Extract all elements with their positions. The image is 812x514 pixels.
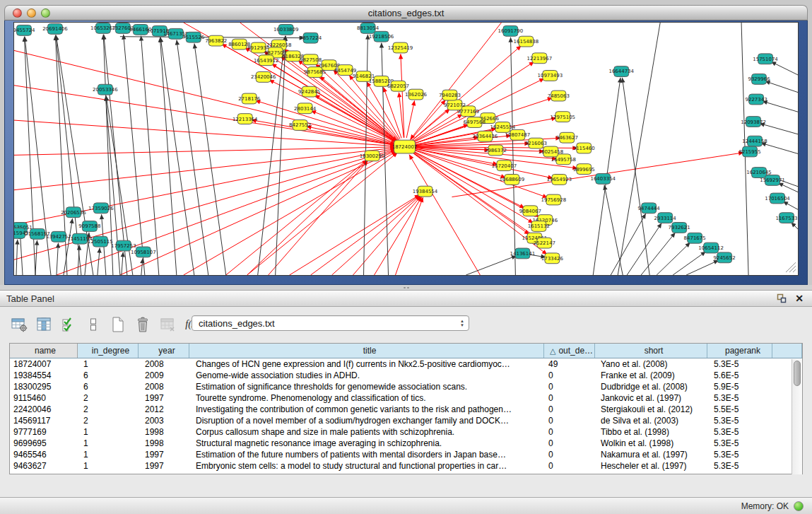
panel-splitter[interactable]: [0, 285, 812, 290]
table-cell[interactable]: 1997: [139, 392, 189, 404]
graph-node[interactable]: 8215955: [739, 146, 761, 157]
table-cell[interactable]: 0: [544, 438, 595, 449]
graph-node[interactable]: 9329966: [748, 74, 770, 84]
table-cell[interactable]: 2: [78, 392, 139, 404]
table-row[interactable]: 1456911722003Disruption of a novel membe…: [10, 415, 802, 426]
deselect-all-button[interactable]: [84, 315, 102, 334]
table-row[interactable]: 946362711997Embryonic stem cells: a mode…: [10, 460, 802, 472]
table-cell[interactable]: 0: [544, 381, 595, 392]
table-cell[interactable]: Jankovic et al. (1997): [595, 392, 707, 404]
table-cell[interactable]: 1: [78, 449, 139, 460]
zoom-traffic-light-icon[interactable]: [41, 8, 50, 18]
graph-node[interactable]: 19384554: [413, 186, 438, 197]
table-cell[interactable]: 0: [544, 449, 595, 460]
graph-node[interactable]: 12325419: [388, 42, 413, 53]
table-cell[interactable]: Investigating the contribution of common…: [189, 404, 544, 415]
table-row[interactable]: 1938455462009Genome-wide association stu…: [10, 370, 802, 381]
table-cell[interactable]: 2: [78, 404, 139, 415]
graph-node[interactable]: 1733426: [541, 253, 563, 264]
select-all-checks-button[interactable]: [59, 315, 78, 334]
table-cell[interactable]: Disruption of a novel member of a sodium…: [189, 415, 544, 426]
close-traffic-light-icon[interactable]: [13, 8, 22, 18]
table-row[interactable]: 969969511998Structural magnetic resonanc…: [10, 438, 802, 449]
close-panel-icon[interactable]: ✕: [795, 293, 804, 303]
graph-node[interactable]: 18300295: [360, 151, 385, 161]
table-cell[interactable]: 2009: [139, 370, 189, 381]
table-cell[interactable]: 0: [544, 415, 595, 426]
table-cell[interactable]: de Silva et al. (2003): [595, 415, 707, 426]
table-cell[interactable]: 0: [544, 392, 595, 404]
table-selector-dropdown[interactable]: citations_edges.txt ▲▼: [192, 315, 469, 331]
table-cell[interactable]: 5.3E-5: [707, 426, 772, 438]
graph-node[interactable]: 2933114: [654, 213, 677, 223]
graph-node[interactable]: 9115460: [573, 143, 595, 153]
graph-node[interactable]: 16091790: [498, 25, 524, 36]
graph-node[interactable]: 12975105: [551, 112, 576, 122]
graph-node[interactable]: 1167533: [775, 213, 797, 223]
table-cell[interactable]: 2003: [139, 415, 189, 426]
table-row[interactable]: 977716911998Corpus callosum shape and si…: [10, 426, 802, 438]
table-row[interactable]: 911546021997Tourette syndrome. Phenomeno…: [10, 392, 802, 404]
table-cell[interactable]: 5.9E-5: [707, 381, 772, 392]
table-cell[interactable]: 5.3E-5: [707, 392, 772, 404]
table-cell[interactable]: 22420046: [10, 404, 78, 415]
graph-node[interactable]: 20691406: [42, 23, 68, 34]
graph-node[interactable]: 7485063: [548, 90, 570, 101]
column-header-pagerank[interactable]: pagerank: [707, 344, 772, 358]
table-cell[interactable]: 2012: [139, 404, 189, 415]
table-cell[interactable]: 6: [78, 381, 139, 392]
table-cell[interactable]: 9465546: [10, 449, 78, 460]
table-cell[interactable]: Structural magnetic resonance image aver…: [189, 438, 544, 449]
column-header-short[interactable]: short: [595, 344, 707, 358]
table-cell[interactable]: Estimation of significance thresholds fo…: [189, 381, 544, 392]
graph-node[interactable]: 19654923: [547, 174, 572, 185]
table-row[interactable]: 1830029562008Estimation of significance …: [10, 381, 802, 392]
graph-node[interactable]: 7857224: [300, 33, 322, 43]
table-cell[interactable]: 2008: [139, 358, 189, 370]
table-cell[interactable]: 1997: [139, 449, 189, 460]
table-cell[interactable]: 2: [78, 415, 139, 426]
column-header-out-degree[interactable]: △ out_de…: [544, 344, 595, 358]
table-cell[interactable]: 9115460: [10, 392, 78, 404]
table-cell[interactable]: Tourette syndrome. Phenomenology and cla…: [189, 392, 544, 404]
graph-node[interactable]: 16033809: [273, 24, 299, 35]
table-cell[interactable]: 49: [544, 358, 595, 370]
table-cell[interactable]: Stergiakouli et al. (2012): [595, 404, 707, 415]
graph-node[interactable]: 9474444: [638, 203, 661, 214]
table-cell[interactable]: Wolkin et al. (1998): [595, 438, 707, 449]
graph-node[interactable]: 7932621: [669, 223, 690, 233]
table-cell[interactable]: Corpus callosum shape and size in male p…: [189, 426, 544, 438]
table-cell[interactable]: 5.3E-5: [707, 438, 772, 449]
network-canvas[interactable]: 1872400779638228860128891293423226058982…: [13, 22, 799, 276]
table-cell[interactable]: Dudbridge et al. (2008): [595, 381, 707, 392]
table-cell[interactable]: 0: [544, 370, 595, 381]
graph-node[interactable]: 16154838: [514, 36, 539, 47]
table-cell[interactable]: 18724007: [10, 358, 78, 370]
table-cell[interactable]: Embryonic stem cells: a model to study s…: [189, 460, 544, 472]
graph-node[interactable]: 10654112: [698, 243, 724, 253]
delete-column-button[interactable]: [134, 315, 152, 334]
graph-node[interactable]: 9455724: [14, 25, 35, 35]
graph-node[interactable]: 16644734: [608, 66, 634, 77]
table-cell[interactable]: 5.6E-5: [707, 370, 772, 381]
table-cell[interactable]: 18300295: [10, 381, 78, 392]
table-cell[interactable]: 0: [544, 460, 595, 472]
graph-node[interactable]: 18724007: [392, 140, 418, 153]
table-cell[interactable]: 2008: [139, 381, 189, 392]
table-cell[interactable]: 5.3E-5: [707, 449, 772, 460]
table-cell[interactable]: Changes of HCN gene expression and I(f) …: [189, 358, 544, 370]
column-header-year[interactable]: year: [139, 344, 189, 358]
table-cell[interactable]: Franke et al. (2009): [595, 370, 707, 381]
column-header-name[interactable]: name: [10, 344, 78, 358]
graph-node[interactable]: 2718176: [238, 93, 260, 104]
table-cell[interactable]: 1: [78, 460, 139, 472]
graph-node[interactable]: 20206536: [61, 207, 86, 218]
table-cell[interactable]: 9699695: [10, 438, 78, 449]
table-cell[interactable]: 5.5E-5: [707, 404, 772, 415]
window-titlebar[interactable]: citations_edges.txt: [4, 5, 808, 21]
table-cell[interactable]: 1: [78, 426, 139, 438]
table-cell[interactable]: 5.3E-5: [707, 358, 772, 370]
graph-node[interactable]: 12213967: [527, 53, 553, 64]
table-options-button[interactable]: [10, 315, 28, 334]
table-cell[interactable]: 1998: [139, 438, 189, 449]
